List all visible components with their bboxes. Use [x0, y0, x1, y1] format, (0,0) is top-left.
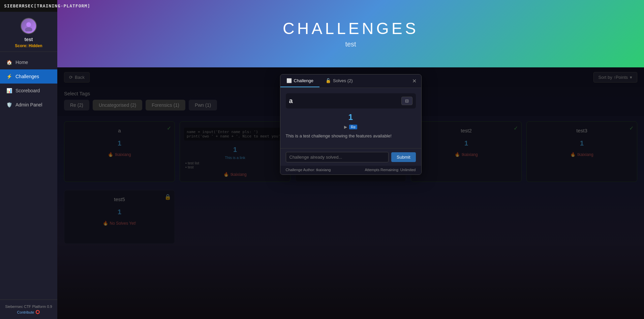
avatar — [21, 18, 37, 34]
sidebar-logo: SIEBERRSEC[TRAINING·PLATFORM] — [0, 0, 57, 12]
re-badge: Re — [349, 125, 357, 129]
shield-icon: 🛡️ — [6, 102, 12, 108]
sidebar-user: test Score: Hidden — [0, 12, 57, 52]
sidebar-item-home[interactable]: 🏠 Home — [0, 55, 57, 69]
platform-version: Sieberrsec CTF Platform 0.9 — [4, 305, 53, 309]
sidebar-item-label-scoreboard: Scoreboard — [16, 88, 40, 93]
flag-input[interactable] — [286, 152, 389, 162]
modal-tab-challenge[interactable]: ⬜ Challenge — [280, 75, 320, 87]
home-icon: 🏠 — [6, 59, 12, 65]
modal-tab-challenge-label: Challenge — [294, 78, 314, 83]
modal-close-button[interactable]: ✕ — [407, 74, 421, 88]
hero-subtitle: test — [345, 40, 356, 48]
modal-header: ⬜ Challenge 🔓 Solves (2) ✕ — [280, 74, 421, 88]
sidebar-item-admin[interactable]: 🛡️ Admin Panel — [0, 98, 57, 112]
sidebar-username: test — [25, 37, 33, 42]
challenge-area: ⟳ Back Sort by ↑Points ▾ Select Tags Re … — [57, 67, 644, 319]
modal-points-badge: ⊟ — [401, 97, 412, 105]
modal-body: a ⊟ 1 ▶ Re This is a test challenge show… — [280, 88, 421, 148]
hero-banner: CHALLENGES test — [57, 0, 644, 67]
sidebar-item-challenges[interactable]: ⚡ Challenges — [0, 69, 57, 84]
modal-overlay: ⬜ Challenge 🔓 Solves (2) ✕ a ⊟ — [57, 67, 644, 319]
modal-challenge-header: a ⊟ — [286, 93, 416, 108]
sidebar: SIEBERRSEC[TRAINING·PLATFORM] test Score… — [0, 0, 57, 319]
modal-author-label: Challenge Author: tkaixiang — [286, 168, 331, 172]
github-icon: ⭕ — [35, 310, 40, 314]
sidebar-item-label-challenges: Challenges — [16, 74, 39, 79]
sidebar-score: Score: Hidden — [15, 43, 42, 48]
modal-footer: Submit — [280, 148, 421, 166]
svg-point-0 — [26, 22, 31, 27]
submit-button[interactable]: Submit — [391, 152, 416, 162]
sidebar-footer: Sieberrsec CTF Platform 0.9 Contribute ⭕ — [0, 299, 57, 319]
modal-tab-solves[interactable]: 🔓 Solves (2) — [319, 75, 359, 87]
modal-attempts-label: Attempts Remaining: Unlimited — [365, 168, 416, 172]
main-content: CHALLENGES test ⟳ Back Sort by ↑Points ▾… — [57, 0, 644, 319]
sidebar-item-label-home: Home — [16, 60, 28, 65]
modal-points-val: 1 — [286, 113, 416, 122]
puzzle-icon: ⬜ — [286, 78, 292, 83]
badge-icon: ⊟ — [405, 98, 409, 103]
challenge-modal: ⬜ Challenge 🔓 Solves (2) ✕ a ⊟ — [280, 74, 422, 175]
lightning-icon: ⚡ — [6, 73, 12, 79]
modal-description: This is a test challenge showing the fea… — [286, 133, 416, 139]
chart-icon: 📊 — [6, 88, 12, 94]
modal-cursor-indicator: ▶ Re — [286, 125, 416, 129]
modal-challenge-name: a — [289, 97, 293, 105]
sidebar-item-label-admin: Admin Panel — [16, 102, 42, 107]
hero-title: CHALLENGES — [283, 19, 419, 38]
sidebar-nav: 🏠 Home ⚡ Challenges 📊 Scoreboard 🛡️ Admi… — [0, 55, 57, 299]
modal-meta: Challenge Author: tkaixiang Attempts Rem… — [280, 166, 421, 174]
modal-tab-solves-label: Solves (2) — [333, 78, 353, 83]
svg-point-1 — [25, 27, 32, 31]
lock-tab-icon: 🔓 — [326, 78, 331, 83]
sidebar-item-scoreboard[interactable]: 📊 Scoreboard — [0, 84, 57, 98]
sidebar-logo-text: SIEBERRSEC[TRAINING·PLATFORM] — [4, 3, 53, 8]
contribute-link[interactable]: Contribute ⭕ — [4, 310, 53, 314]
contribute-label: Contribute — [17, 310, 34, 314]
